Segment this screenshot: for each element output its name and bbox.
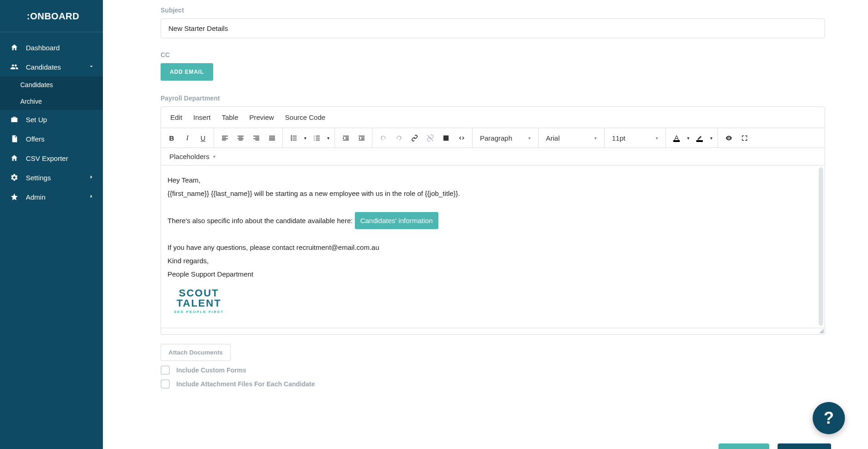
font-family-value: Arial — [546, 134, 560, 142]
briefcase-icon — [8, 115, 20, 124]
redo-button[interactable] — [391, 130, 407, 146]
help-button[interactable]: ? — [813, 402, 845, 434]
number-list-button[interactable] — [309, 130, 324, 146]
menu-source-code[interactable]: Source Code — [281, 111, 330, 124]
signature-logo: SCOUT TALENT SEE PEOPLE FIRST — [174, 288, 224, 314]
text-color-button[interactable]: A — [669, 130, 684, 146]
unlink-button[interactable] — [422, 130, 438, 146]
text-color-menu[interactable]: ▾ — [684, 130, 692, 146]
svg-point-1 — [291, 137, 292, 139]
editor-toolbar-row2: Placeholders ▾ — [161, 148, 825, 165]
align-right-button[interactable] — [248, 130, 264, 146]
menu-preview[interactable]: Preview — [245, 111, 278, 124]
highlight-color-menu[interactable]: ▾ — [707, 130, 715, 146]
editor-section-label: Payroll Department — [161, 95, 825, 102]
number-list-menu[interactable]: ▾ — [324, 130, 332, 146]
footer-button-secondary[interactable] — [778, 443, 831, 449]
editor-content[interactable]: Hey Team, {{first_name}} {{last_name}} w… — [161, 165, 825, 328]
image-button[interactable] — [438, 130, 454, 146]
svg-point-0 — [291, 135, 292, 136]
include-custom-forms-label: Include Custom Forms — [176, 366, 246, 374]
bullet-list-menu[interactable]: ▾ — [301, 130, 309, 146]
rich-text-editor: Edit Insert Table Preview Source Code B … — [161, 106, 825, 335]
logo-text-line1: SCOUT — [174, 288, 224, 298]
chevron-right-icon — [88, 193, 95, 201]
svg-point-4 — [728, 137, 730, 139]
star-icon — [8, 193, 20, 201]
people-icon — [8, 63, 20, 71]
chevron-down-icon: ▾ — [213, 154, 216, 159]
attach-documents-button[interactable]: Attach Documents — [161, 344, 231, 361]
body-line: People Support Department — [168, 269, 818, 279]
body-line: Kind regards, — [168, 255, 818, 266]
indent-increase-button[interactable] — [338, 130, 353, 146]
checkbox-icon[interactable] — [161, 366, 170, 375]
fullscreen-button[interactable] — [736, 130, 752, 146]
align-justify-button[interactable] — [264, 130, 280, 146]
sidebar-item-admin[interactable]: Admin — [0, 187, 103, 207]
sidebar-subitem-candidates[interactable]: Candidates — [0, 77, 103, 93]
body-line: There's also specific info about the can… — [168, 212, 818, 229]
body-line: {{first_name}} {{last_name}} will be sta… — [168, 188, 818, 199]
cc-label: CC — [161, 51, 825, 59]
placeholders-label: Placeholders — [169, 153, 210, 160]
document-icon — [8, 135, 20, 143]
sidebar-item-settings[interactable]: Settings — [0, 168, 103, 187]
block-format-select[interactable]: Paragraph ▾ — [475, 130, 535, 146]
block-format-value: Paragraph — [480, 134, 512, 142]
sidebar-item-dashboard[interactable]: Dashboard — [0, 38, 103, 57]
bullet-list-button[interactable] — [286, 130, 301, 146]
home-icon — [8, 154, 20, 162]
placeholders-dropdown[interactable]: Placeholders ▾ — [166, 151, 219, 162]
scrollbar[interactable] — [819, 167, 823, 326]
chevron-down-icon: ▾ — [594, 136, 597, 141]
checkbox-icon[interactable] — [161, 379, 170, 389]
italic-button[interactable]: I — [180, 130, 195, 146]
help-icon: ? — [824, 408, 834, 428]
chevron-down-icon: ▾ — [656, 136, 658, 141]
logo-tagline: SEE PEOPLE FIRST — [174, 310, 224, 314]
font-size-value: 11pt — [612, 134, 625, 142]
menu-insert[interactable]: Insert — [189, 111, 216, 124]
sidebar-item-label: Dashboard — [26, 44, 60, 52]
highlight-color-button[interactable] — [692, 130, 707, 146]
undo-button[interactable] — [375, 130, 391, 146]
home-icon — [8, 43, 20, 52]
font-size-select[interactable]: 11pt ▾ — [607, 130, 663, 146]
sidebar-item-setup[interactable]: Set Up — [0, 110, 103, 129]
font-family-select[interactable]: Arial ▾ — [541, 130, 601, 146]
sidebar-item-label: Offers — [26, 135, 45, 143]
sidebar-item-csv-exporter[interactable]: CSV Exporter — [0, 148, 103, 168]
gear-icon — [8, 173, 20, 182]
sidebar-candidates-submenu: Candidates Archive — [0, 77, 103, 110]
underline-button[interactable]: U — [195, 130, 211, 146]
sidebar-item-offers[interactable]: Offers — [0, 129, 103, 148]
main-panel: Subject CC ADD EMAIL Payroll Department … — [103, 0, 868, 449]
body-line: Hey Team, — [168, 175, 818, 185]
sidebar-item-label: Candidates — [26, 63, 61, 71]
candidates-info-link[interactable]: Candidates' information — [355, 212, 438, 229]
menu-edit[interactable]: Edit — [166, 111, 187, 124]
include-attachment-files-label: Include Attachment Files For Each Candid… — [176, 380, 315, 388]
preview-eye-button[interactable] — [721, 130, 736, 146]
include-custom-forms-row[interactable]: Include Custom Forms — [161, 366, 825, 375]
editor-toolbar: B I U ▾ ▾ — [161, 128, 825, 148]
chevron-right-icon — [88, 174, 95, 182]
footer-button-primary[interactable] — [718, 443, 769, 449]
sidebar-item-candidates[interactable]: Candidates — [0, 57, 103, 77]
sidebar-item-label: CSV Exporter — [26, 154, 68, 162]
indent-decrease-button[interactable] — [353, 130, 369, 146]
align-left-button[interactable] — [217, 130, 233, 146]
sidebar-subitem-archive[interactable]: Archive — [0, 93, 103, 110]
include-attachment-files-row[interactable]: Include Attachment Files For Each Candid… — [161, 379, 825, 389]
bold-button[interactable]: B — [164, 130, 180, 146]
link-button[interactable] — [407, 130, 422, 146]
align-center-button[interactable] — [233, 130, 248, 146]
add-email-button[interactable]: ADD EMAIL — [161, 63, 213, 81]
subject-input[interactable] — [161, 18, 825, 38]
svg-point-3 — [444, 136, 445, 137]
menu-table[interactable]: Table — [217, 111, 243, 124]
editor-resize-handle[interactable] — [161, 328, 825, 334]
code-button[interactable] — [454, 130, 469, 146]
body-text: There's also specific info about the can… — [168, 217, 355, 224]
